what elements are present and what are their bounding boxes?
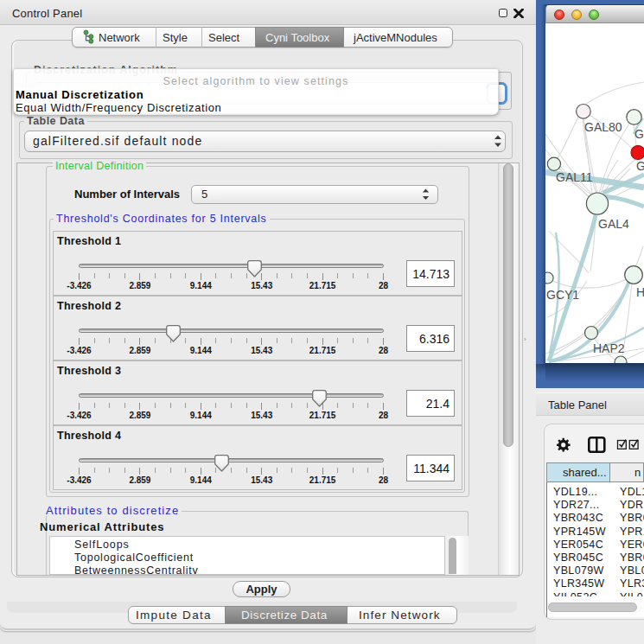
svg-text:H: H — [636, 285, 644, 299]
svg-text:HAP2: HAP2 — [593, 341, 625, 355]
svg-text:GCY1: GCY1 — [546, 288, 579, 302]
svg-text:GAL4: GAL4 — [598, 217, 629, 231]
svg-text:G: G — [636, 159, 644, 173]
svg-text:GAL11: GAL11 — [556, 170, 593, 184]
svg-text:G.: G. — [634, 127, 644, 141]
svg-text:GAL80: GAL80 — [584, 120, 622, 134]
